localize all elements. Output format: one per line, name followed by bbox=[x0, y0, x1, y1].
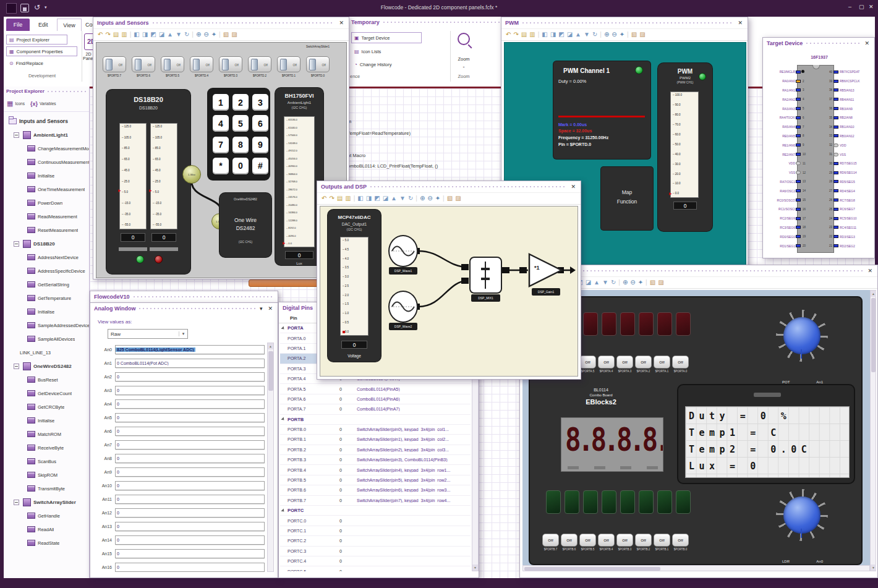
chip-pin-row[interactable]: RA4/T0CKI 6 35 RB2/AN8 bbox=[764, 113, 874, 122]
variables-icon[interactable]: {x} bbox=[30, 101, 38, 107]
toolbar-icon[interactable]: ▤ bbox=[521, 32, 527, 38]
flowcode-doc-titlebar[interactable]: FlowcodeV10 bbox=[90, 291, 278, 302]
collapse-icon[interactable]: ▾ bbox=[258, 306, 264, 312]
port-button[interactable]: Off$PORTA.5 bbox=[579, 356, 596, 373]
off-button[interactable]: Off bbox=[635, 534, 652, 547]
tree-item[interactable]: GetSerialString bbox=[4, 278, 89, 291]
keypad-key[interactable]: 0 bbox=[232, 158, 249, 174]
close-icon[interactable]: ✕ bbox=[736, 20, 744, 26]
scroll-down-icon[interactable]: ▼ bbox=[871, 565, 876, 571]
toolbar-icon[interactable]: ◧ bbox=[542, 32, 547, 38]
chip-pin-row[interactable]: RA7/OSC1 13 28 RD5/SEG5 bbox=[764, 177, 874, 187]
toolbar-icon[interactable]: ▥ bbox=[121, 32, 127, 38]
toolbar-icon[interactable]: ↷ bbox=[513, 32, 518, 38]
toolbar-icon[interactable]: ↻ bbox=[408, 195, 413, 202]
off-button[interactable]: Off bbox=[542, 534, 559, 547]
tree-item[interactable]: GetDeviceCount bbox=[4, 386, 89, 400]
toolbar-icon[interactable]: | bbox=[416, 195, 417, 202]
keypad-key[interactable]: # bbox=[252, 158, 268, 174]
lux-value[interactable]: 0 bbox=[285, 251, 313, 259]
tree-item[interactable]: ReadState bbox=[4, 536, 89, 550]
tree-item[interactable]: AmbientLight1 bbox=[4, 128, 89, 142]
toolbar-icon[interactable]: ▲ bbox=[391, 195, 397, 202]
tree-item[interactable]: ReceiveByte bbox=[4, 441, 89, 454]
keypad-key[interactable]: 9 bbox=[252, 137, 268, 153]
digital-pin-row[interactable]: PORTA.7 0 ComboBL0114(PinA7) bbox=[280, 404, 471, 414]
toolbar-icon[interactable]: ◩ bbox=[558, 32, 564, 38]
change-history-toggle[interactable]: ◔Change History bbox=[351, 59, 419, 69]
port-button[interactable]: Off$PORTB.4 bbox=[598, 534, 615, 551]
toolbar-icon[interactable]: | bbox=[354, 195, 356, 202]
analog-channel-row[interactable]: An1 0 ComboBL0114(Pot ADC) bbox=[93, 356, 265, 370]
chip-pin-row[interactable]: RA2/AN2 4 37 RB4/AN11 bbox=[764, 95, 874, 104]
analog-value-input[interactable]: 0 bbox=[115, 467, 265, 477]
toolbar-icon[interactable]: ✦ bbox=[620, 32, 624, 38]
tree-item[interactable]: GetCRCByte bbox=[4, 400, 89, 414]
toolbar-icon[interactable]: ▧ bbox=[223, 32, 229, 38]
tree-item[interactable]: ReadAll bbox=[4, 522, 89, 536]
keypad-key[interactable]: 6 bbox=[252, 115, 268, 132]
toolbar-icon[interactable]: ◧ bbox=[134, 32, 139, 38]
toolbar-icon[interactable]: ◪ bbox=[159, 32, 164, 38]
window-titlebar[interactable]: Analog Window▾✕ bbox=[90, 303, 278, 314]
toolbar-icon[interactable]: | bbox=[618, 279, 620, 286]
group-expander-icon[interactable] bbox=[280, 417, 288, 421]
off-button[interactable]: Off bbox=[635, 356, 652, 369]
port-button[interactable]: Off$PORTA.0 bbox=[672, 356, 689, 373]
chip-pin-row[interactable]: RE0/AN5 8 33 RB0/AN12 bbox=[764, 132, 874, 141]
project-explorer-button[interactable]: ▤Project Explorer bbox=[6, 35, 67, 45]
analog-scrollbar[interactable]: ▲ bbox=[267, 343, 274, 572]
tree-item[interactable]: Initialise bbox=[4, 305, 89, 318]
off-button[interactable]: Off bbox=[672, 356, 689, 369]
toolbar-icon[interactable]: | bbox=[627, 32, 629, 38]
digital-pin-row[interactable]: PORTC bbox=[280, 506, 471, 516]
analog-value-input[interactable]: 0 bbox=[115, 427, 265, 436]
scroll-up-icon[interactable]: ▲ bbox=[268, 343, 273, 349]
toolbar-icon[interactable]: ⊖ bbox=[612, 32, 616, 38]
off-button[interactable]: Off bbox=[579, 534, 596, 547]
chip-pin-row[interactable]: RA5/AN4 7 34 RB1/AN10 bbox=[764, 122, 874, 132]
tab-edit[interactable]: Edit bbox=[38, 22, 48, 28]
dsp-wave1-component[interactable]: DSP_Wave1 bbox=[388, 235, 419, 279]
find-replace-button[interactable]: ⊙Find/Replace bbox=[6, 59, 63, 68]
analog-channel-row[interactable]: An16 0 bbox=[93, 560, 265, 572]
dsp-gain-component[interactable]: *1 DSP_Gain1 bbox=[528, 252, 564, 298]
onewire-ds2482-component[interactable]: OneWireDS2482 One Wire DS2482 (I2C CH1) bbox=[219, 193, 271, 257]
tree-item[interactable]: ScanBus bbox=[4, 454, 89, 468]
tree-item[interactable]: SwitchArraySlider bbox=[4, 495, 89, 509]
analog-value-input[interactable]: 0 bbox=[115, 508, 265, 518]
duty-value[interactable]: 0 bbox=[673, 202, 697, 210]
toolbar-icon[interactable]: ⊖ bbox=[630, 279, 635, 286]
analog-value-input[interactable]: 0 bbox=[115, 495, 265, 504]
analog-value-input[interactable]: 0 bbox=[115, 522, 265, 531]
toolbar-icon[interactable]: | bbox=[646, 279, 647, 286]
chip-pin-row[interactable]: RE3/MCLR 1 40 RB7/ICSPDAT bbox=[764, 67, 874, 77]
group-expander-icon[interactable] bbox=[280, 326, 288, 330]
analog-value-input[interactable]: 0 bbox=[115, 549, 265, 558]
toolbar-icon[interactable]: | bbox=[600, 32, 602, 38]
toolbar-icon[interactable]: ↶ bbox=[322, 195, 326, 202]
toolbar-icon[interactable]: | bbox=[538, 32, 540, 38]
tree-item[interactable]: SkipROM bbox=[4, 468, 89, 482]
tree-item[interactable]: MatchROM bbox=[4, 427, 89, 441]
off-button[interactable]: Off bbox=[598, 356, 615, 369]
analog-channel-row[interactable]: An0 825 ComboBL0114(LightSensor ADC) bbox=[93, 343, 265, 356]
chip-pin-row[interactable]: RA6/OSC2 14 27 RD4/SEG4 bbox=[764, 186, 874, 195]
off-button[interactable]: Off bbox=[654, 356, 670, 369]
tree-item[interactable]: OneWireDS2482 bbox=[4, 359, 89, 373]
toolbar-icon[interactable]: ▨ bbox=[639, 32, 645, 38]
toolbar-icon[interactable]: ▥ bbox=[345, 195, 351, 202]
toolbar-icon[interactable]: ▥ bbox=[529, 32, 535, 38]
ldr-knob[interactable] bbox=[783, 496, 820, 534]
pot-knob[interactable] bbox=[783, 317, 820, 354]
tab-view[interactable]: View bbox=[57, 19, 82, 31]
tree-item[interactable]: PowerDown bbox=[4, 196, 89, 210]
tree-item[interactable]: GetHandle bbox=[4, 509, 89, 522]
analog-channel-row[interactable]: An3 0 bbox=[93, 383, 265, 397]
port-button[interactable]: Off$PORTB.0 bbox=[672, 534, 689, 551]
toolbar-icon[interactable]: ◪ bbox=[567, 32, 573, 38]
toolbar-icon[interactable]: ▧ bbox=[447, 195, 453, 202]
window-titlebar[interactable]: PWM✕ bbox=[501, 17, 748, 28]
keypad-key[interactable]: 1 bbox=[213, 94, 229, 111]
window-titlebar[interactable]: Target Device✕ bbox=[763, 38, 874, 49]
